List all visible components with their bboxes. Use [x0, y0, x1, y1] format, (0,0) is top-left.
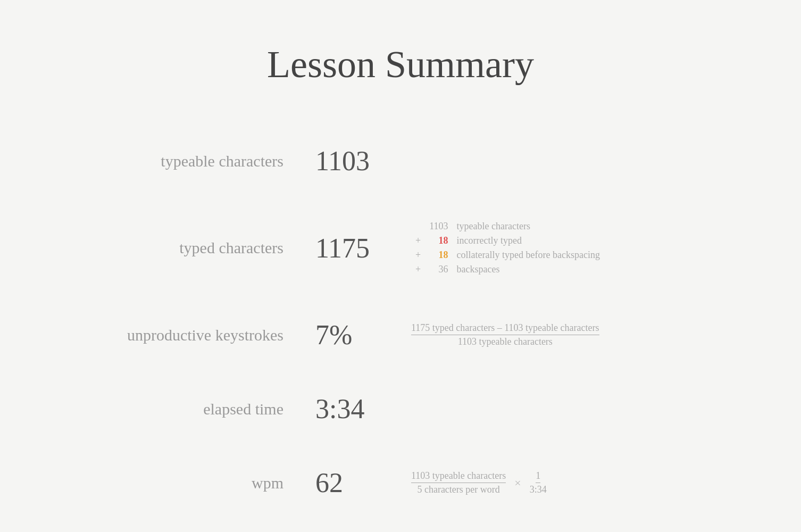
wpm-detail: 1103 typeable characters 5 characters pe…: [390, 470, 741, 495]
breakdown-row-3: + 36 backspaces: [411, 262, 604, 277]
wpm-frac2-denominator: 3:34: [530, 484, 547, 495]
stats-grid: typeable characters 1103 typed character…: [60, 124, 741, 520]
wpm-frac1-denominator: 5 characters per word: [417, 484, 499, 495]
breakdown-row-1: + 18 incorrectly typed: [411, 234, 604, 248]
breakdown-op-3: +: [411, 262, 425, 277]
breakdown-label-1: incorrectly typed: [453, 234, 604, 248]
breakdown-label-3: backspaces: [453, 262, 604, 277]
wpm-label: wpm: [60, 474, 315, 492]
breakdown-table: 1103 typeable characters + 18 incorrectl…: [411, 219, 604, 277]
unproductive-keystrokes-value: 7%: [315, 319, 390, 351]
page-container: Lesson Summary typeable characters 1103 …: [28, 21, 773, 532]
elapsed-time-value: 3:34: [315, 393, 390, 425]
typeable-characters-row: typeable characters 1103: [60, 124, 741, 198]
elapsed-time-row: elapsed time 3:34: [60, 372, 741, 446]
typeable-characters-value: 1103: [315, 145, 390, 177]
times-symbol: ×: [514, 476, 521, 490]
typed-characters-detail: 1103 typeable characters + 18 incorrectl…: [390, 219, 741, 277]
breakdown-op-1: +: [411, 234, 425, 248]
wpm-formula: 1103 typeable characters 5 characters pe…: [411, 470, 741, 495]
typed-characters-value: 1175: [315, 232, 390, 264]
wpm-frac1-numerator: 1103 typeable characters: [411, 470, 506, 483]
typeable-characters-label: typeable characters: [60, 152, 315, 170]
breakdown-label-2: collaterally typed before backspacing: [453, 248, 604, 262]
unproductive-keystrokes-label: unproductive keystrokes: [60, 326, 315, 344]
typed-characters-label: typed characters: [60, 239, 315, 257]
page-title: Lesson Summary: [60, 43, 741, 87]
wpm-fraction-2: 1 3:34: [530, 470, 547, 495]
wpm-frac2-numerator: 1: [536, 470, 540, 483]
breakdown-row-base: 1103 typeable characters: [411, 219, 604, 234]
breakdown-count-3: 36: [425, 262, 452, 277]
breakdown-count-0: 1103: [425, 219, 452, 234]
unproductive-keystrokes-row: unproductive keystrokes 7% 1175 typed ch…: [60, 298, 741, 372]
breakdown-label-0: typeable characters: [453, 219, 604, 234]
breakdown-op-0: [411, 219, 425, 234]
unproductive-formula: 1175 typed characters – 1103 typeable ch…: [411, 322, 741, 347]
elapsed-time-label: elapsed time: [60, 400, 315, 418]
breakdown-count-1: 18: [425, 234, 452, 248]
unproductive-fraction: 1175 typed characters – 1103 typeable ch…: [411, 322, 599, 347]
unproductive-keystrokes-detail: 1175 typed characters – 1103 typeable ch…: [390, 322, 741, 347]
typed-characters-row: typed characters 1175 1103 typeable char…: [60, 198, 741, 298]
wpm-value: 62: [315, 467, 390, 498]
wpm-fraction-1: 1103 typeable characters 5 characters pe…: [411, 470, 506, 495]
unproductive-numerator: 1175 typed characters – 1103 typeable ch…: [411, 322, 599, 335]
breakdown-op-2: +: [411, 248, 425, 262]
breakdown-row-2: + 18 collaterally typed before backspaci…: [411, 248, 604, 262]
wpm-row: wpm 62 1103 typeable characters 5 charac…: [60, 446, 741, 520]
breakdown-count-2: 18: [425, 248, 452, 262]
unproductive-denominator: 1103 typeable characters: [458, 336, 553, 347]
